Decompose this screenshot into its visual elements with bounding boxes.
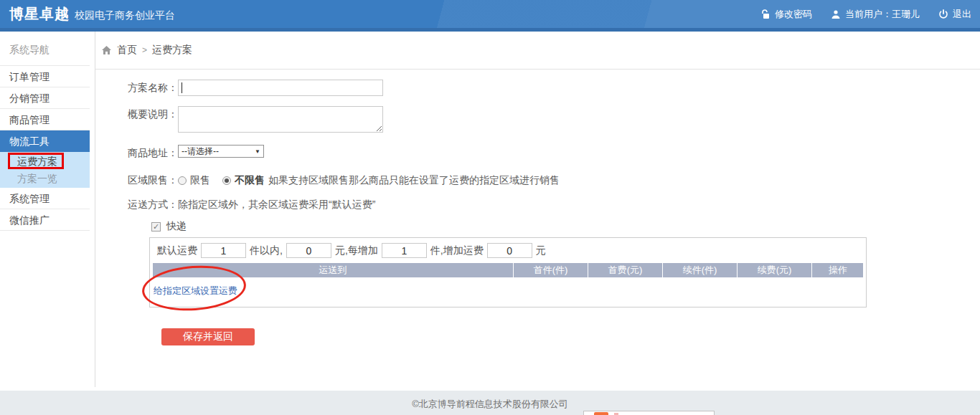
summary-label: 概要说明： [128, 106, 178, 121]
set-region-freight-link[interactable]: 给指定区域设置运费 [154, 285, 237, 296]
radio-unrestrict[interactable] [222, 176, 231, 185]
radio-unrestrict-label: 不限售 [235, 174, 265, 187]
region-note: 如果支持区域限售那么商品只能在设置了运费的指定区域进行销售 [268, 174, 560, 187]
sidebar-header: 系统导航 [0, 32, 90, 66]
column-actions: 操作 [811, 263, 864, 277]
brand: 博星卓越 校园电子商务创业平台 [9, 4, 175, 24]
footer: ©北京博导前程信息技术股份有限公司 [0, 391, 980, 415]
freight-fee-input[interactable] [286, 243, 331, 258]
chevron-down-icon: ▼ [255, 148, 260, 155]
sidebar-subitem-freight-plan[interactable]: 运费方案 [0, 152, 90, 171]
change-password-label: 修改密码 [775, 8, 812, 21]
brand-title: 博星卓越 [9, 4, 70, 24]
address-select[interactable]: --请选择-- ▼ [178, 145, 264, 158]
freight-fee-suffix: 元,每增加 [335, 244, 378, 257]
region-label: 区域限售： [128, 174, 178, 187]
sidebar-item-logistics[interactable]: 物流工具 [0, 130, 90, 152]
column-first-fee: 首费(元) [588, 263, 662, 277]
power-icon [938, 9, 948, 19]
address-select-value: --请选择-- [182, 146, 219, 158]
user-icon [831, 9, 841, 19]
sidebar-subitem-freight-plan-label: 运费方案 [17, 156, 57, 167]
main-content: 首页 > 运费方案 方案名称： 概要说明： 商品地址： - [95, 32, 980, 387]
plan-name-input[interactable] [178, 80, 383, 96]
summary-textarea[interactable] [178, 106, 383, 133]
breadcrumb: 首页 > 运费方案 [95, 32, 980, 70]
freight-add-fee-suffix: 元 [536, 244, 546, 257]
sidebar-item-wechat[interactable]: 微信推广 [0, 209, 90, 231]
freight-add-suffix: 件,增加运费 [430, 244, 484, 257]
default-freight-row: 默认运费 件以内, 元,每增加 件,增加运费 元 [150, 238, 866, 262]
sidebar-item-goods[interactable]: 商品管理 [0, 109, 90, 130]
column-next-fee: 续费(元) [737, 263, 811, 277]
plan-name-label: 方案名称： [128, 80, 178, 95]
freight-plan-form: 方案名称： 概要说明： 商品地址： --请选择-- ▼ [95, 70, 980, 345]
brand-subtitle: 校园电子商务创业平台 [75, 9, 175, 22]
express-label: 快递 [166, 220, 187, 233]
radio-restrict[interactable] [178, 176, 187, 185]
change-password-link[interactable]: 修改密码 [760, 8, 812, 21]
freight-within-input[interactable] [201, 243, 246, 258]
breadcrumb-separator: > [142, 45, 147, 55]
breadcrumb-home[interactable]: 首页 [117, 44, 137, 57]
freight-prefix: 默认运费 [157, 244, 197, 257]
lock-icon [760, 9, 771, 19]
shipping-table-header: 运送到 首件(件) 首费(元) 续件(件) 续费(元) 操作 [153, 263, 863, 277]
column-next-qty: 续件(件) [662, 263, 737, 277]
save-and-return-button[interactable]: 保存并返回 [161, 328, 255, 345]
sidebar-subitem-plan-list[interactable]: 方案一览 [0, 171, 90, 188]
popup-orange-tab [594, 412, 608, 415]
shipping-label: 运送方式： [128, 199, 178, 211]
home-icon [101, 45, 112, 55]
column-first-qty: 首件(件) [513, 263, 588, 277]
breadcrumb-current: 运费方案 [152, 44, 192, 57]
sidebar-item-distribution[interactable]: 分销管理 [0, 87, 90, 109]
freight-add-input[interactable] [382, 243, 427, 258]
logout-label: 退出 [953, 8, 971, 21]
logout-link[interactable]: 退出 [938, 8, 971, 21]
sidebar-item-system[interactable]: 系统管理 [0, 188, 90, 209]
current-user[interactable]: 当前用户：王珊儿 [831, 8, 920, 21]
radio-restrict-label: 限售 [190, 174, 210, 187]
footer-copyright: ©北京博导前程信息技术股份有限公司 [412, 399, 568, 409]
freight-add-fee-input[interactable] [487, 243, 532, 258]
column-destination: 运送到 [153, 263, 513, 277]
freight-settings-box: 默认运费 件以内, 元,每增加 件,增加运费 元 运送到 首件(件) 首费(元)… [149, 237, 867, 307]
text-caret [182, 82, 182, 93]
freight-within-suffix: 件以内, [250, 244, 283, 257]
partial-popup-edge [583, 411, 715, 415]
current-user-label: 当前用户：王珊儿 [845, 8, 920, 21]
shipping-note: 除指定区域外，其余区域运费采用“默认运费” [178, 199, 375, 211]
address-label: 商品地址： [128, 145, 178, 160]
sidebar-item-orders[interactable]: 订单管理 [0, 66, 90, 87]
sidebar: 系统导航 订单管理 分销管理 商品管理 物流工具 运费方案 方案一览 系统管理 … [0, 32, 90, 387]
top-navigation-bar: 博星卓越 校园电子商务创业平台 修改密码 当前用户：王珊儿 退出 [0, 0, 980, 32]
express-checkbox[interactable]: ✓ [151, 222, 161, 232]
